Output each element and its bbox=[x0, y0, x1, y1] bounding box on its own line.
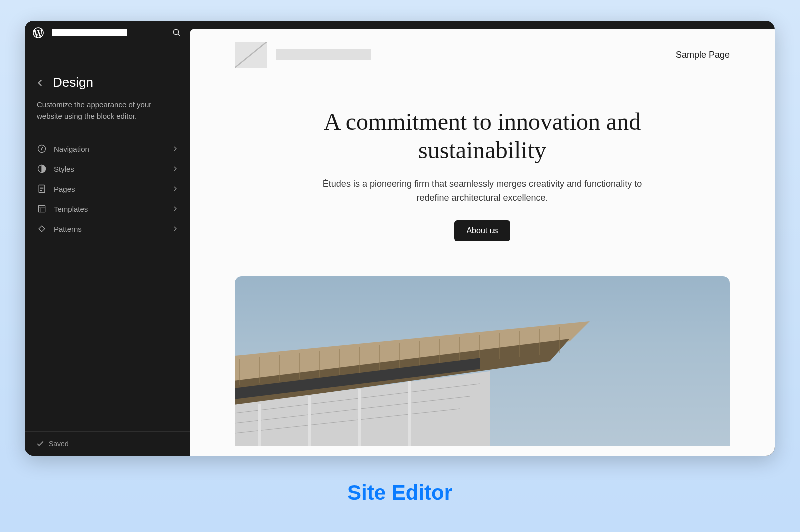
site-preview: Sample Page A commitment to innovation a… bbox=[190, 29, 775, 446]
check-icon bbox=[37, 440, 44, 448]
wordpress-logo-icon[interactable] bbox=[32, 26, 45, 40]
diamond-icon bbox=[37, 224, 47, 234]
chevron-right-icon bbox=[173, 146, 178, 152]
svg-line-1 bbox=[178, 34, 180, 36]
sidebar-item-navigation[interactable]: Navigation bbox=[30, 139, 185, 159]
chevron-right-icon bbox=[173, 226, 178, 232]
preview-site-brand bbox=[235, 42, 371, 68]
svg-rect-10 bbox=[38, 206, 45, 212]
page-icon bbox=[37, 184, 47, 194]
design-panel-header: Design Customize the appearance of your … bbox=[25, 45, 190, 128]
chevron-right-icon bbox=[173, 206, 178, 212]
preview-hero-subtitle: Études is a pioneering firm that seamles… bbox=[308, 178, 658, 206]
figure-caption: Site Editor bbox=[348, 481, 452, 505]
sidebar-item-label: Navigation bbox=[54, 145, 173, 154]
sidebar-footer: Saved bbox=[25, 432, 190, 456]
sidebar-item-label: Styles bbox=[54, 165, 173, 174]
sidebar: Design Customize the appearance of your … bbox=[25, 21, 190, 456]
chevron-right-icon bbox=[173, 166, 178, 172]
chevron-right-icon bbox=[173, 186, 178, 192]
design-menu: Navigation Styles Pages Templates Patter bbox=[25, 128, 190, 239]
editor-canvas[interactable]: Sample Page A commitment to innovation a… bbox=[190, 29, 775, 456]
preview-title-placeholder bbox=[276, 50, 371, 60]
svg-rect-13 bbox=[39, 226, 45, 232]
sidebar-item-label: Patterns bbox=[54, 225, 173, 234]
architecture-illustration bbox=[235, 296, 620, 446]
sidebar-item-pages[interactable]: Pages bbox=[30, 179, 185, 199]
preview-nav-link[interactable]: Sample Page bbox=[676, 50, 730, 60]
sidebar-item-styles[interactable]: Styles bbox=[30, 159, 185, 179]
layout-icon bbox=[37, 204, 47, 214]
contrast-icon bbox=[37, 164, 47, 174]
svg-marker-4 bbox=[41, 148, 42, 151]
editor-window: Design Customize the appearance of your … bbox=[25, 21, 775, 456]
compass-icon bbox=[37, 144, 47, 154]
search-button[interactable] bbox=[171, 27, 183, 39]
preview-hero: A commitment to innovation and sustainab… bbox=[308, 108, 658, 242]
preview-logo-placeholder bbox=[235, 42, 267, 68]
design-panel-title: Design bbox=[53, 75, 94, 90]
sidebar-item-templates[interactable]: Templates bbox=[30, 199, 185, 219]
svg-point-0 bbox=[174, 30, 179, 35]
design-panel-description: Customize the appearance of your website… bbox=[37, 100, 178, 122]
admin-topbar bbox=[25, 21, 190, 45]
preview-hero-title: A commitment to innovation and sustainab… bbox=[308, 108, 658, 164]
saved-status: Saved bbox=[49, 440, 69, 448]
sidebar-item-label: Templates bbox=[54, 205, 173, 214]
sidebar-item-patterns[interactable]: Patterns bbox=[30, 219, 185, 239]
preview-site-header: Sample Page bbox=[235, 42, 730, 68]
preview-hero-image bbox=[235, 276, 730, 446]
back-chevron-icon[interactable] bbox=[37, 80, 44, 86]
search-icon bbox=[172, 28, 182, 38]
preview-cta-button[interactable]: About us bbox=[454, 220, 510, 242]
site-name-placeholder bbox=[52, 30, 127, 36]
sidebar-item-label: Pages bbox=[54, 185, 173, 194]
